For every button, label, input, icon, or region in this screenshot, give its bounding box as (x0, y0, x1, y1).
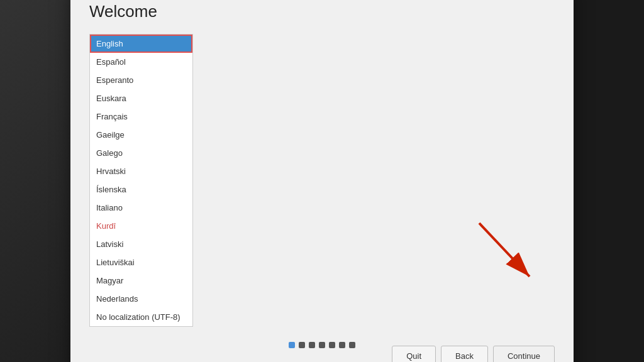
language-item[interactable]: Français (90, 107, 192, 126)
pagination-dot (309, 342, 315, 348)
language-item[interactable]: Galego (90, 144, 192, 162)
language-item[interactable]: Íslenska (90, 180, 192, 199)
dialog-title: Welcome (89, 2, 555, 21)
dialog-content: EnglishEspañolEsperantoEuskaraFrançaisGa… (89, 34, 555, 327)
language-item[interactable]: Latviski (90, 235, 192, 253)
language-item[interactable]: English (90, 35, 192, 53)
dialog: Welcome EnglishEspañolEsperantoEuskaraFr… (70, 0, 574, 362)
language-list[interactable]: EnglishEspañolEsperantoEuskaraFrançaisGa… (89, 34, 193, 327)
language-item[interactable]: Nederlands (90, 290, 192, 308)
language-item[interactable]: Hrvatski (90, 162, 192, 180)
pagination-dot (329, 342, 335, 348)
pagination-dot (339, 342, 345, 348)
language-item[interactable]: Kurdî (90, 217, 192, 235)
pagination-dot (319, 342, 325, 348)
language-item[interactable]: No localization (UTF-8) (90, 308, 192, 326)
arrow-annotation (467, 211, 548, 292)
continue-button[interactable]: Continue (493, 346, 555, 362)
quit-button[interactable]: Quit (392, 346, 436, 362)
pagination-dots (289, 342, 355, 348)
language-item[interactable]: Gaeilge (90, 126, 192, 144)
language-item[interactable]: Euskara (90, 89, 192, 107)
pagination-dot (289, 342, 295, 348)
back-button[interactable]: Back (441, 346, 488, 362)
language-item[interactable]: Español (90, 53, 192, 71)
svg-line-1 (479, 223, 530, 277)
language-item[interactable]: Lietuviškai (90, 253, 192, 272)
language-item[interactable]: Italiano (90, 199, 192, 217)
language-item[interactable]: Magyar (90, 272, 192, 290)
pagination-dot (349, 342, 355, 348)
pagination-dot (299, 342, 305, 348)
language-item[interactable]: Esperanto (90, 71, 192, 89)
